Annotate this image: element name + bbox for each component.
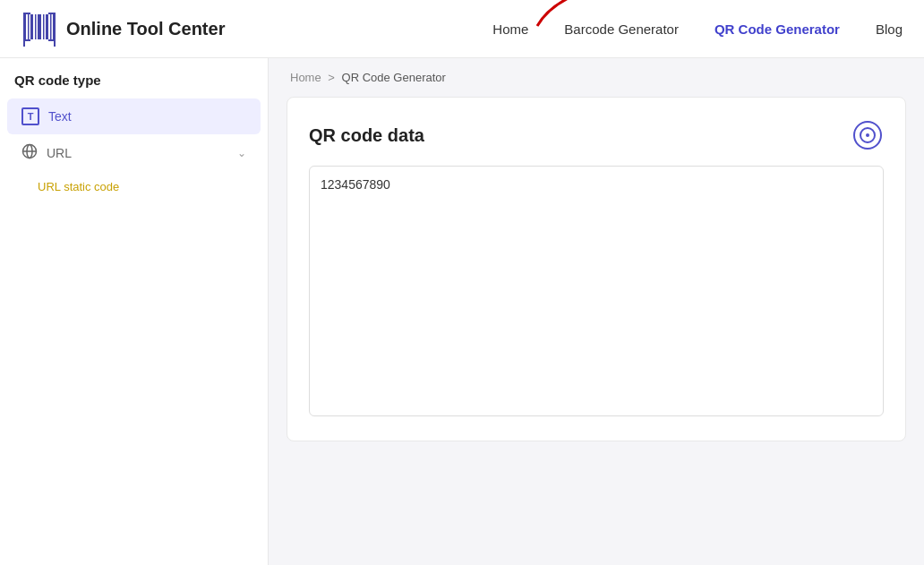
text-icon: T <box>21 107 39 125</box>
breadcrumb-home[interactable]: Home <box>290 71 321 84</box>
card-title: QR code data <box>309 125 424 146</box>
qr-target-icon[interactable] <box>851 119 884 151</box>
svg-rect-4 <box>38 14 41 39</box>
svg-rect-5 <box>43 14 45 39</box>
sidebar-item-url[interactable]: URL ⌄ <box>7 134 261 172</box>
nav-barcode[interactable]: Barcode Generator <box>564 21 679 37</box>
svg-rect-6 <box>46 14 48 39</box>
header: Online Tool Center Home Barcode Generato… <box>0 0 924 58</box>
breadcrumb: Home > QR Code Generator <box>269 58 924 97</box>
qr-code-card: QR code data 1234567890 <box>287 97 906 441</box>
logo-icon <box>21 11 57 47</box>
chevron-down-icon: ⌄ <box>237 147 246 159</box>
sidebar-item-text[interactable]: T Text <box>7 98 261 134</box>
sidebar-url-label: URL <box>47 146 72 160</box>
breadcrumb-separator: > <box>328 71 335 84</box>
svg-rect-10 <box>23 13 25 20</box>
logo-text: Online Tool Center <box>66 19 225 39</box>
nav: Home Barcode Generator QR Code Generator… <box>492 21 903 37</box>
qr-data-textarea[interactable]: 1234567890 <box>309 166 884 416</box>
globe-icon <box>21 143 38 163</box>
svg-rect-1 <box>28 14 30 39</box>
breadcrumb-current: QR Code Generator <box>342 71 446 84</box>
url-static-label: URL static code <box>38 180 119 193</box>
sidebar: QR code type T Text URL ⌄ URL static cod… <box>0 58 269 565</box>
nav-blog[interactable]: Blog <box>876 21 903 37</box>
sidebar-title: QR code type <box>0 73 268 98</box>
svg-rect-16 <box>54 39 56 47</box>
svg-rect-14 <box>23 39 25 47</box>
svg-rect-7 <box>50 14 52 39</box>
logo-area: Online Tool Center <box>21 11 225 47</box>
svg-rect-3 <box>35 14 37 39</box>
sidebar-text-label: Text <box>48 109 72 124</box>
nav-qrcode[interactable]: QR Code Generator <box>714 21 840 37</box>
svg-rect-12 <box>54 13 56 20</box>
svg-point-23 <box>866 133 869 137</box>
nav-home[interactable]: Home <box>492 21 528 37</box>
main-layout: QR code type T Text URL ⌄ URL static cod… <box>0 58 924 565</box>
svg-rect-2 <box>30 14 33 39</box>
card-header: QR code data <box>309 119 884 151</box>
sidebar-url-static[interactable]: URL static code <box>0 172 268 201</box>
main-content: Home > QR Code Generator QR code data 12… <box>269 58 924 565</box>
